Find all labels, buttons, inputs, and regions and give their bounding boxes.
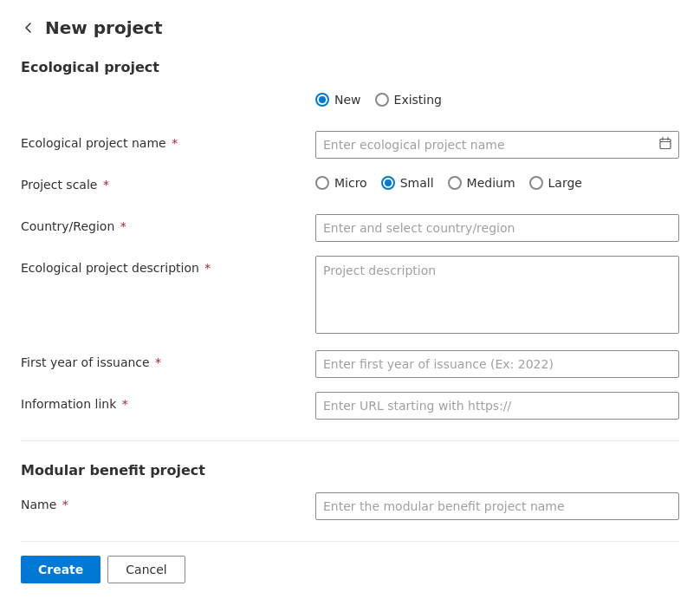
description-row: Ecological project description * (21, 256, 679, 336)
radio-medium[interactable]: Medium (448, 176, 515, 190)
radio-large-label: Large (548, 176, 582, 190)
project-name-input[interactable] (315, 131, 679, 159)
radio-small[interactable]: Small (381, 176, 434, 190)
info-link-input[interactable] (315, 392, 679, 420)
first-year-input[interactable] (315, 350, 679, 378)
project-scale-row: Project scale * Micro Small Medium Larg (21, 173, 679, 200)
project-scale-label: Project scale * (21, 173, 315, 192)
new-existing-row: New Existing (21, 89, 679, 117)
radio-new-label: New (334, 93, 361, 107)
country-region-field-container (315, 214, 679, 242)
calendar-icon (658, 137, 672, 153)
radio-micro-circle (315, 176, 329, 190)
cancel-button[interactable]: Cancel (107, 556, 185, 583)
radio-medium-circle (448, 176, 462, 190)
radio-micro[interactable]: Micro (315, 176, 367, 190)
first-year-row: First year of issuance * (21, 350, 679, 378)
radio-large-circle (529, 176, 543, 190)
modular-name-input[interactable] (315, 492, 679, 520)
project-name-field-container (315, 131, 679, 159)
radio-existing[interactable]: Existing (375, 93, 442, 107)
page-title: New project (45, 17, 163, 38)
first-year-label: First year of issuance * (21, 350, 315, 369)
modular-section: Modular benefit project Name * (21, 462, 679, 520)
project-name-row: Ecological project name * (21, 131, 679, 159)
scale-radio-group: Micro Small Medium Large (315, 173, 679, 190)
description-label: Ecological project description * (21, 256, 315, 275)
modular-name-row: Name * (21, 492, 679, 520)
radio-new[interactable]: New (315, 93, 361, 107)
country-region-label: Country/Region * (21, 214, 315, 233)
radio-new-circle (315, 93, 329, 107)
create-button[interactable]: Create (21, 556, 100, 583)
radio-medium-label: Medium (467, 176, 515, 190)
modular-section-title: Modular benefit project (21, 462, 679, 479)
back-button[interactable] (21, 20, 36, 36)
modular-name-label: Name * (21, 492, 315, 511)
radio-existing-circle (375, 93, 389, 107)
info-link-row: Information link * (21, 392, 679, 420)
project-name-label: Ecological project name * (21, 131, 315, 150)
country-region-input[interactable] (315, 214, 679, 242)
page-header: New project (21, 17, 679, 38)
radio-small-circle (381, 176, 395, 190)
footer-buttons: Create Cancel (21, 541, 679, 583)
radio-existing-label: Existing (394, 93, 442, 107)
modular-name-field-container (315, 492, 679, 520)
svg-rect-0 (660, 140, 671, 149)
description-field-container (315, 256, 679, 336)
country-region-row: Country/Region * (21, 214, 679, 242)
radio-micro-label: Micro (334, 176, 367, 190)
new-existing-radio-group: New Existing (315, 89, 679, 107)
section-divider (21, 440, 679, 441)
ecological-section-title: Ecological project (21, 59, 679, 75)
info-link-label: Information link * (21, 392, 315, 411)
info-link-field-container (315, 392, 679, 420)
radio-large[interactable]: Large (529, 176, 582, 190)
description-textarea[interactable] (315, 256, 679, 334)
ecological-section: Ecological project New Existing Ecologic… (21, 59, 679, 420)
first-year-field-container (315, 350, 679, 378)
radio-small-label: Small (400, 176, 434, 190)
